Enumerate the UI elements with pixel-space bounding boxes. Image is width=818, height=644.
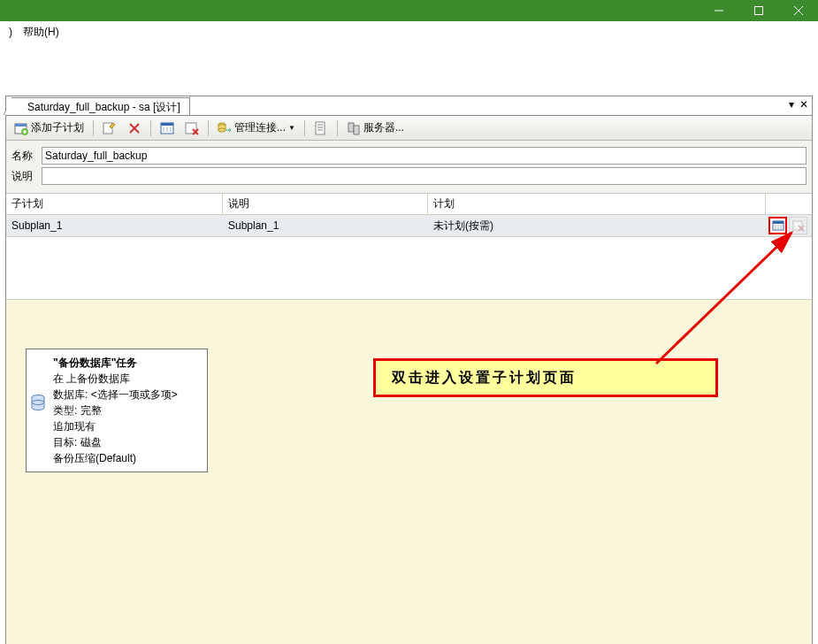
- document-tabstrip: Saturday_full_backup - sa [设计] ▾ ✕: [5, 96, 813, 115]
- designer-toolbar: 添加子计划 管理连接... ▼ 服务器...: [6, 116, 812, 141]
- menubar: ) 帮助(H): [0, 21, 818, 42]
- servers-label: 服务器...: [363, 120, 404, 135]
- svg-rect-5: [15, 124, 27, 126]
- svg-rect-1: [754, 7, 762, 15]
- task-db-icon: [30, 355, 48, 466]
- svg-rect-28: [354, 126, 359, 134]
- manage-connections-label: 管理连接...: [234, 120, 286, 135]
- svg-rect-13: [161, 123, 173, 126]
- document-frame: 添加子计划 管理连接... ▼ 服务器... 名称 说明: [5, 115, 813, 644]
- toolbar-sep: [304, 120, 305, 136]
- document-tab[interactable]: Saturday_full_backup - sa [设计]: [11, 97, 190, 115]
- add-subplan-icon: [14, 121, 28, 135]
- delete-button[interactable]: [123, 119, 146, 138]
- annotation-text: 双击进入设置子计划页面: [392, 369, 577, 387]
- subplan-name-cell: Subplan_1: [6, 217, 223, 234]
- maximize-button[interactable]: [738, 0, 778, 21]
- task-title: "备份数据库"任务: [53, 355, 178, 371]
- task-line: 备份压缩(Default): [53, 450, 178, 466]
- design-canvas[interactable]: "备份数据库"任务 在 上备份数据库 数据库: <选择一项或多项> 类型: 完整…: [6, 299, 812, 644]
- col-subplan: 子计划: [6, 194, 223, 214]
- schedule-remove-button[interactable]: [789, 217, 807, 234]
- task-text: "备份数据库"任务 在 上备份数据库 数据库: <选择一项或多项> 类型: 完整…: [53, 355, 178, 466]
- menu-truncated: ): [4, 24, 18, 40]
- manage-connections-button[interactable]: 管理连接... ▼: [213, 119, 300, 138]
- log-button[interactable]: [310, 119, 333, 138]
- toolbar-sep: [208, 120, 209, 136]
- add-subplan-label: 添加子计划: [31, 120, 84, 135]
- svg-rect-23: [316, 122, 325, 134]
- close-button[interactable]: [778, 0, 818, 21]
- col-actions: [766, 194, 812, 214]
- edit-icon: [103, 121, 117, 135]
- subplan-table: 子计划 说明 计划 Subplan_1 Subplan_1 未计划(按需): [6, 194, 812, 299]
- toolbar-sep: [337, 120, 338, 136]
- tab-dropdown-icon[interactable]: ▾: [789, 98, 794, 111]
- col-desc: 说明: [223, 194, 428, 214]
- delete-icon: [127, 121, 141, 135]
- toolbar-sep: [93, 120, 94, 136]
- plan-form: 名称 说明: [6, 141, 812, 194]
- name-label: 名称: [11, 149, 42, 164]
- calendar-icon: [160, 121, 174, 135]
- menu-help[interactable]: 帮助(H): [18, 23, 65, 42]
- servers-icon: [347, 121, 361, 135]
- task-line: 目标: 磁盘: [53, 434, 178, 450]
- subplan-pad: [6, 237, 812, 299]
- remove-schedule-icon: [185, 121, 199, 135]
- minimize-button[interactable]: [699, 0, 738, 21]
- add-subplan-button[interactable]: 添加子计划: [10, 119, 88, 138]
- subplan-header: 子计划 说明 计划: [6, 194, 812, 215]
- desc-label: 说明: [11, 169, 42, 184]
- svg-rect-27: [348, 123, 354, 132]
- annotation-callout: 双击进入设置子计划页面: [373, 358, 718, 397]
- task-line: 类型: 完整: [53, 402, 178, 418]
- calendar-button[interactable]: [156, 119, 179, 138]
- desc-input[interactable]: [42, 167, 807, 185]
- task-line: 在 上备份数据库: [53, 371, 178, 387]
- spacer: [0, 42, 818, 96]
- task-line: 数据库: <选择一项或多项>: [53, 387, 178, 402]
- svg-point-22: [218, 128, 226, 132]
- edit-button[interactable]: [98, 119, 121, 138]
- schedule-edit-button[interactable]: [768, 217, 787, 234]
- connections-icon: [218, 121, 232, 135]
- subplan-desc-cell: Subplan_1: [223, 217, 428, 234]
- svg-rect-30: [773, 221, 784, 224]
- col-schedule: 计划: [428, 194, 766, 214]
- toolbar-sep: [150, 120, 151, 136]
- tab-close-icon[interactable]: ✕: [799, 98, 808, 111]
- servers-button[interactable]: 服务器...: [342, 119, 409, 138]
- dropdown-icon: ▼: [288, 124, 295, 132]
- log-icon: [314, 121, 328, 135]
- subplan-sched-cell: 未计划(按需): [428, 216, 766, 236]
- subplan-row[interactable]: Subplan_1 Subplan_1 未计划(按需): [6, 215, 812, 237]
- task-line: 追加现有: [53, 418, 178, 434]
- backup-db-task[interactable]: "备份数据库"任务 在 上备份数据库 数据库: <选择一项或多项> 类型: 完整…: [26, 349, 208, 472]
- name-input[interactable]: [42, 147, 807, 165]
- remove-schedule-button[interactable]: [180, 119, 203, 138]
- window-titlebar: [0, 0, 818, 21]
